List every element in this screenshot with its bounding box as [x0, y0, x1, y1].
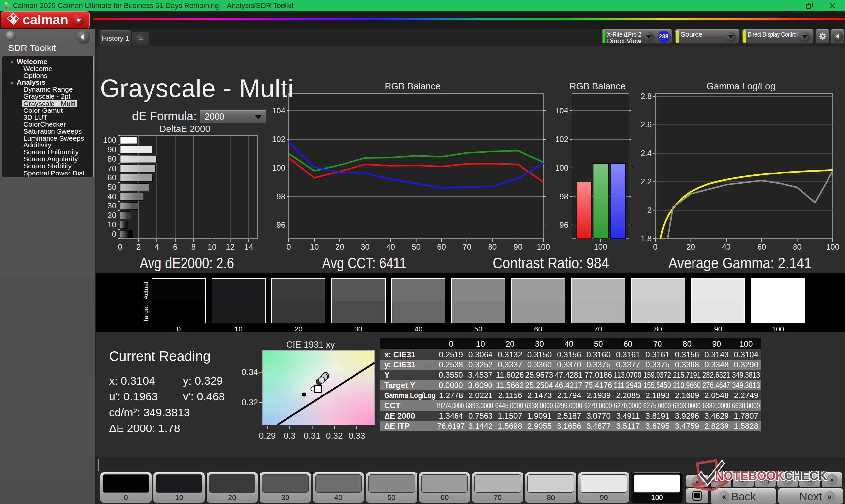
meter-dropdown[interactable] — [643, 31, 654, 42]
pattern-button-50[interactable]: 50 — [366, 472, 418, 503]
window-title: Calman 2025 Calman Ultimate for Business… — [13, 1, 294, 10]
table-cell: 6303.0000 — [672, 400, 702, 411]
logo-dropdown-button[interactable] — [73, 15, 84, 26]
sidebar-item-screen-angularity[interactable]: Screen Angularity — [2, 155, 93, 162]
settings-button[interactable] — [815, 29, 829, 43]
continuous-button[interactable]: ∞ — [777, 472, 798, 487]
table-row-x-cie31: x: CIE310.25190.30640.31320.31500.31560.… — [380, 349, 761, 360]
table-cell-value: 6299.0000 — [554, 401, 582, 410]
table-cell-value: 0.3348 — [704, 360, 728, 370]
sidebar-item-color-gamut[interactable]: Color Gamut — [2, 107, 93, 114]
sidebar-item-luminance-sweeps[interactable]: Luminance Sweeps — [2, 134, 93, 142]
splitter-handle[interactable] — [98, 459, 99, 471]
table-cell-value: 349.3813 — [732, 371, 760, 380]
play-button[interactable]: ▶ — [733, 472, 754, 487]
sidebar-item-screen-uniformity[interactable]: Screen Uniformity — [2, 148, 93, 155]
dot-icon: ● — [827, 474, 838, 486]
back-chevrons-icon: « — [719, 491, 729, 502]
pattern-button-70[interactable]: 70 — [472, 472, 524, 503]
sidebar-collapse-button[interactable] — [76, 30, 90, 44]
table-cell: 47.4281 — [554, 370, 583, 380]
patch-level-label: 50 — [451, 325, 505, 334]
dot-button[interactable]: ● — [821, 472, 843, 487]
deltae-bar-100 — [121, 137, 137, 144]
tree-group-analysis[interactable]: Analysis — [2, 79, 93, 86]
table-cell: 349.3813 — [731, 370, 761, 380]
table-row-label: Gamma Log/Log — [380, 390, 436, 400]
pattern-button-40[interactable]: 40 — [313, 472, 365, 503]
de-formula-select[interactable]: 2000 — [200, 110, 266, 123]
close-button[interactable] — [822, 0, 844, 11]
table-cell-value: 6270.0000 — [614, 401, 642, 410]
sidebar-item-screen-stability[interactable]: Screen Stability — [2, 162, 93, 169]
table-cell: 3.8191 — [642, 411, 672, 421]
pattern-button-20[interactable]: 20 — [206, 472, 258, 503]
table-cell-value: 1.5828 — [734, 421, 758, 431]
stop-button[interactable] — [686, 488, 709, 503]
patch-target — [572, 301, 624, 323]
minimize-button[interactable] — [776, 0, 798, 11]
maximize-button[interactable] — [798, 0, 821, 11]
meter-button[interactable]: X-Rite i1Pro 2 Direct View 238 — [601, 29, 672, 43]
table-cell: 11.6026 — [495, 370, 525, 380]
sidebar-item-welcome[interactable]: Welcome — [2, 65, 93, 72]
deltae-bar-gloss — [121, 202, 138, 210]
tree-item-label: Screen Stability — [23, 162, 72, 169]
tab-history-1[interactable]: History 1 — [100, 30, 131, 46]
stop-button[interactable]: ■ — [710, 472, 732, 487]
add-tab-button[interactable]: + — [132, 32, 149, 46]
pattern-button-60[interactable]: 60 — [419, 472, 470, 503]
patch-target — [152, 301, 205, 323]
table-row-label-text: y: CIE31 — [384, 360, 416, 370]
pattern-button-80[interactable]: 80 — [525, 472, 577, 503]
display-control-button[interactable]: Direct Display Control — [742, 29, 814, 43]
sidebar-item-3d-lut[interactable]: 3D LUT — [2, 114, 93, 121]
table-cell: 2.1156 — [495, 390, 525, 400]
display-control-dropdown[interactable] — [799, 31, 810, 42]
sidebar-item-colorchecker[interactable]: ColorChecker — [2, 121, 93, 128]
panel-collapse-button[interactable] — [830, 29, 845, 43]
tree-item-label: Saturation Sweeps — [23, 127, 82, 135]
next-button[interactable]: Next» — [778, 488, 843, 504]
pattern-button-90[interactable]: 90 — [578, 472, 630, 503]
table-cell-value: 276.4647 — [703, 381, 730, 390]
grayscale-patch-100 — [751, 278, 805, 323]
pattern-button-100[interactable]: 100 — [631, 472, 683, 503]
pattern-button-0[interactable]: 0 — [100, 472, 152, 503]
chart-text: 96 — [560, 220, 568, 229]
calman-logo-button[interactable]: calman — [1, 11, 90, 29]
chevron-left-icon — [836, 34, 839, 39]
table-cell-value: 1.5698 — [498, 421, 522, 431]
sidebar-item-saturation-sweeps[interactable]: Saturation Sweeps — [2, 128, 93, 134]
sidebar-item-additivity[interactable]: Additivity — [2, 142, 93, 148]
pattern-label: 100 — [631, 493, 683, 502]
patch-target — [452, 301, 505, 323]
series-button[interactable]: [··] — [755, 472, 776, 487]
source-dropdown[interactable] — [725, 31, 736, 42]
page-title: Grayscale - Multi — [100, 74, 294, 103]
chart-text: CIE 1931 xy — [286, 340, 335, 349]
table-column-header-80: 80 — [672, 338, 702, 349]
table-cell: 155.5450 — [642, 380, 672, 390]
plot-area — [572, 94, 629, 239]
table-cell-value: 3.8191 — [645, 411, 669, 420]
sidebar-item-grayscale-2pt[interactable]: Grayscale - 2pt — [2, 93, 93, 100]
table-cell-value: 0.3550 — [439, 371, 463, 380]
refresh-button[interactable]: C — [799, 472, 821, 487]
table-cell: 0.3156 — [554, 349, 584, 360]
pattern-button-10[interactable]: 10 — [153, 472, 205, 503]
source-button[interactable]: Source — [675, 29, 740, 43]
sidebar-item-spectral-power-dist-[interactable]: Spectral Power Dist. — [2, 169, 93, 177]
table-cell: 6279.0000 — [583, 400, 613, 411]
tree-group-welcome[interactable]: Welcome — [2, 58, 93, 65]
deltae-bar-0 — [121, 231, 133, 238]
sidebar-item-dynamic-range[interactable]: Dynamic Range — [2, 86, 93, 93]
deltae-bar-20 — [121, 212, 131, 219]
level-up-button[interactable]: ▲ — [686, 474, 709, 487]
pattern-button-30[interactable]: 30 — [260, 472, 311, 503]
chart-text: 10 — [107, 220, 116, 229]
sidebar-item-grayscale-multi[interactable]: Grayscale - Multi — [2, 100, 93, 107]
table-cell-value: 75.4176 — [584, 381, 612, 390]
sidebar-item-options[interactable]: Options — [2, 72, 93, 79]
back-button[interactable]: Back« — [710, 488, 777, 504]
